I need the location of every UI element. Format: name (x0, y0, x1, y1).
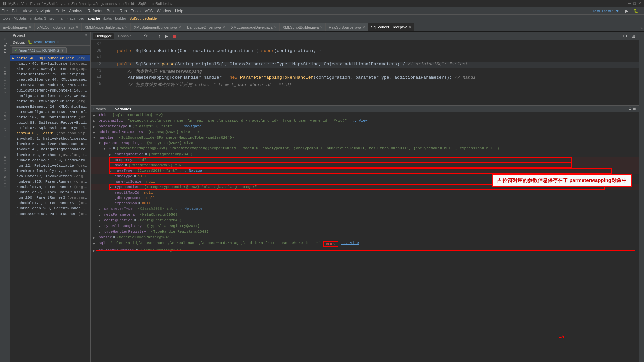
bc-java[interactable]: java (69, 16, 75, 20)
side-structure-icon[interactable]: Structure (2, 68, 8, 91)
menu-build[interactable]: Build (107, 9, 116, 13)
frame-24[interactable]: runChild:78, ParentRunner (org.junit.run… (10, 184, 90, 190)
tab-xmlconfigbuilder[interactable]: XMLConfigBuilder.java✕ (34, 23, 82, 31)
var-originalsql[interactable]: ▶ originalSql = "select\n id,\n user_nam… (91, 118, 639, 124)
var-pm-0[interactable]: ▶ 0 = {ParameterMapping@2059} "Parameter… (91, 146, 639, 152)
frame-13[interactable]: build:67, SqlSessionFactoryBuilder (org.… (10, 125, 90, 131)
tab-sqlsourcebuilder[interactable]: SqlSourceBuilder.java✕ (368, 23, 414, 31)
menu-view[interactable]: View (23, 9, 32, 13)
add-watch-btn[interactable]: + (625, 107, 627, 111)
bc-tools[interactable]: tools (3, 16, 10, 20)
var-parser[interactable]: ▶ parser = {GenericTokenParser@2041} (91, 235, 639, 240)
paramtype2-nav-link[interactable]: ... Navigate (176, 207, 202, 211)
menu-edit[interactable]: Edit (12, 9, 19, 13)
frame-27[interactable]: schedule:71, ParentRunner$1 (org.junit.r… (10, 200, 90, 206)
frame-26[interactable]: run:290, ParentRunner3 (org.junit.runner… (10, 195, 90, 200)
console-tab[interactable]: Console (115, 33, 134, 39)
bc-mybatis3[interactable]: mybatis-3 (30, 16, 46, 20)
var-pm-jdbctypename[interactable]: jdbcTypeName = null (91, 195, 639, 201)
project-controls[interactable]: ⚙ (84, 33, 88, 37)
tabs-overflow[interactable]: » (639, 26, 644, 31)
debugger-tab[interactable]: Debugger (93, 33, 114, 39)
step-over-btn[interactable]: ↷ (143, 33, 149, 39)
frame-16[interactable]: invoke:62, NativeMethodAccessorImpl (sun… (10, 141, 90, 147)
menu-help[interactable]: Help (175, 9, 183, 13)
frame-17[interactable]: invoke:43, DelegatingMethodAccessorImpl … (10, 147, 90, 152)
var-pm-expression[interactable]: expression = null (91, 201, 639, 206)
menu-tools[interactable]: Tools (131, 9, 141, 13)
frame-6[interactable]: buildStatementFromContext:146, XMLMapper… (10, 88, 90, 93)
frame-8[interactable]: parse:99, XMLMapperBuilder (org.apache.i… (10, 99, 90, 104)
frame-11[interactable]: parse:102, XMLConfigBuilder (org.apache.… (10, 115, 90, 120)
debug-session-name[interactable]: 🐛 Test01.test09 ✕ (28, 40, 59, 44)
menu-code[interactable]: Code (55, 9, 65, 13)
minimize-btn[interactable]: ─ (628, 1, 631, 6)
tab-xmlstatementbuilder[interactable]: XMLStatementBuilder.java✕ (131, 23, 184, 31)
var-parametertype[interactable]: ▶ parameterType = {Class@2038} "int" ...… (91, 124, 639, 129)
var-pm-resultmapid[interactable]: resultMapId = null (91, 190, 639, 195)
menu-file[interactable]: File (1, 9, 8, 13)
var-sql[interactable]: ▶ sql = "select\n id,\n user_name ,\n re… (91, 240, 639, 248)
run-btn[interactable]: ▶ (625, 9, 628, 13)
bc-mybatis[interactable]: MyBatis (14, 16, 27, 20)
var-pm-mode[interactable]: mode = {ParameterMode@2062} "IN" (91, 163, 639, 168)
frame-23[interactable]: runLeaf:325, ParentRunner (org.junit.run… (10, 179, 90, 184)
close-btn[interactable]: ✕ (638, 1, 641, 6)
menu-refactor[interactable]: Refactor (88, 9, 103, 13)
var-parametermappings[interactable]: ▼ parameterMappings = {ArrayList@2055} s… (91, 140, 639, 146)
var-config2[interactable]: ▶ configuration = {Configuration@2043} (91, 218, 639, 223)
frame-22[interactable]: evaluate:17, InvokeMethod (org.junit.int… (10, 174, 90, 179)
side-persistence-icon[interactable]: Persistence (2, 158, 8, 184)
frame-7[interactable]: configurationElement:135, XMLMapperBuild… (10, 93, 90, 99)
bc-main[interactable]: main (57, 16, 65, 20)
frame-1[interactable]: <init>:46, RawSqlSource (org.apache.ibat… (10, 61, 90, 66)
maximize-btn[interactable]: □ (633, 1, 636, 6)
menu-navigate[interactable]: Navigate (36, 9, 51, 13)
bc-src[interactable]: src (49, 16, 54, 20)
tab-mybuilderjava[interactable]: myBuilder.java✕ (0, 23, 34, 31)
frame-14[interactable]: test09:85, Test01 (com.bobo.vip.test) (10, 131, 90, 136)
frame-25[interactable]: runChild:57, BlockJUnit4ClassRunner (org… (10, 190, 90, 195)
run-state[interactable]: ✓ "main"@1 i...: RUNNING ▼ (12, 47, 67, 53)
var-handler[interactable]: ▼ handler = {SqlSourceBuilder$ParameterM… (91, 135, 639, 140)
var-typehandlerreg[interactable]: ▶ typeHandlerRegistry = {TypeHandlerRegi… (91, 229, 639, 235)
menu-run[interactable]: Run (120, 9, 127, 13)
frame-5[interactable]: parseStatementNode:99, XMLStatementBuild… (10, 82, 90, 88)
bc-builder[interactable]: builder (115, 16, 126, 20)
bc-sqlsourcebuilder[interactable]: SqlSourceBuilder (129, 16, 158, 20)
sql-view-link[interactable]: ... View (341, 241, 359, 245)
var-pm-configuration[interactable]: ▶ configuration = {Configuration@2043} (91, 152, 639, 157)
menu-window[interactable]: Window (157, 9, 171, 13)
frame-21[interactable]: invokeExplosively:47, FrameworkMethod (o… (10, 168, 90, 174)
bc-org[interactable]: org (79, 16, 84, 20)
frame-0[interactable]: ▶ parse:48, SqlSourceBuilder (org.apache… (10, 55, 90, 61)
var-additionalparams[interactable]: ▶ additionalParameters = {HashMap@2039} … (91, 129, 639, 135)
side-project-icon[interactable]: Project (2, 33, 8, 53)
var-settings-btn[interactable]: ⚙ (628, 107, 632, 111)
tab-languagedriver[interactable]: LanguageDriver.java✕ (184, 23, 228, 31)
originalsql-view-link[interactable]: ... View (350, 119, 368, 123)
frame-20[interactable]: run:12, ReflectiveCallable (org.junit.in… (10, 163, 90, 168)
step-into-btn[interactable]: ↓ (151, 33, 156, 39)
run-config[interactable]: Test01.test09 ▼ (593, 9, 619, 13)
frame-29[interactable]: access$000:58, ParentRunner (org.junit.r… (10, 211, 90, 217)
frame-15[interactable]: invoke0:-1, NativeMethodAccessorImpl (su… (10, 136, 90, 141)
frame-9[interactable]: mapperElement:424, XMLConfigBuilder (org… (10, 104, 90, 109)
var-metaparams[interactable]: ▶ metaParameters = {MetaObject@2056} (91, 212, 639, 218)
var-pm-property[interactable]: property = "id" (91, 157, 639, 163)
side-favorites-icon[interactable]: Favorites (2, 113, 8, 136)
frame-18[interactable]: invoke:498, Method (java.lang.reflect) (10, 152, 90, 158)
var-pm-javatype[interactable]: ▶ javaType = {Class@2038} "int" ... Navi… (91, 168, 639, 174)
menu-analyze[interactable]: Analyze (69, 9, 84, 13)
tab-xmllanguagedriver[interactable]: XMLLanguageDriver.java✕ (228, 23, 280, 31)
frame-2[interactable]: <init>:40, RawSqlSource (org.apache.ibat… (10, 66, 90, 72)
paramtype-nav-link[interactable]: ... Navigate (175, 124, 201, 128)
var-this[interactable]: ▶ this = {SqlSourceBuilder@2042} (91, 112, 639, 118)
var-oo-configuration[interactable]: ▶ oo configuration = {Configuration@2043… (91, 248, 639, 253)
debug-btn[interactable]: 🐛 (634, 9, 639, 13)
stop-btn[interactable]: ⏹ (171, 33, 178, 39)
frame-10[interactable]: parseConfiguration:165, XMLConfigBuilder… (10, 109, 90, 115)
tab-xmlmapperbuilder[interactable]: XMLMapperBuilder.java✕ (82, 23, 131, 31)
step-out-btn[interactable]: ↑ (157, 33, 162, 39)
resume-btn[interactable]: ▶ (163, 33, 170, 39)
